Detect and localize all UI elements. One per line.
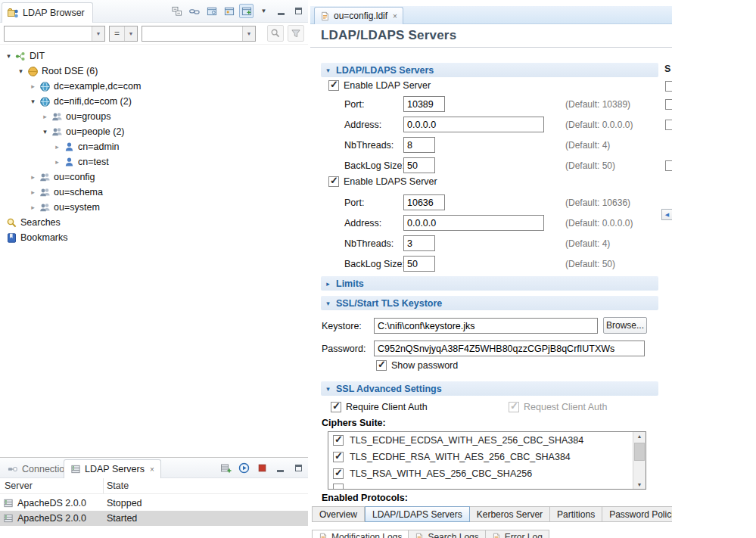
tab-modification-logs[interactable]: Modification Logs — [312, 530, 409, 538]
maximize-view-button[interactable] — [291, 4, 306, 18]
tree-item-ou-groups[interactable]: ▸ ou=groups — [0, 109, 308, 124]
new-server-button[interactable] — [219, 461, 233, 475]
tree-item-ou-schema[interactable]: ▸ ou=schema — [0, 185, 308, 200]
tree-item-cn-admin[interactable]: ▸ cn=admin — [0, 139, 308, 154]
scroll-down-icon[interactable]: ▼ — [633, 482, 646, 487]
tab-ou-config-ldif[interactable]: ou=config.ldif × — [314, 7, 403, 24]
expand-arrow-icon[interactable]: ▸ — [39, 113, 51, 120]
minimize-view-button[interactable] — [274, 4, 288, 18]
expand-arrow-icon[interactable]: ▸ — [27, 204, 39, 211]
section-ldap-ldaps-servers[interactable]: ▾ LDAP/LDAPS Servers — [321, 63, 658, 77]
clipped-checkbox[interactable] — [665, 160, 672, 171]
tree-item-dit[interactable]: ▾ DIT — [0, 48, 308, 64]
run-server-button[interactable] — [237, 461, 251, 475]
cipher-item[interactable]: TLS_ECDHE_ECDSA_WITH_AES_256_CBC_SHA384 — [328, 432, 646, 449]
tab-search-logs[interactable]: Search Logs — [409, 530, 485, 538]
expand-arrow-icon[interactable]: ▸ — [27, 82, 39, 90]
expand-arrow-icon[interactable]: ▾ — [27, 98, 39, 105]
browse-button[interactable]: Browse... — [603, 317, 647, 334]
enable-ldap-checkbox[interactable] — [328, 80, 339, 91]
cipher-item[interactable]: TLS_RSA_WITH_AES_256_CBC_SHA256 — [328, 465, 646, 482]
ldaps-nbthreads-input[interactable] — [403, 235, 435, 251]
run-quick-search-button[interactable] — [267, 25, 284, 42]
cipher-item[interactable]: TLS_ECDHE_RSA_WITH_AES_256_CBC_SHA384 — [328, 449, 646, 465]
expand-arrow-icon[interactable]: ▸ — [51, 143, 63, 151]
quick-search-value-combo[interactable]: ▼ — [142, 26, 256, 42]
scrollbar-thumb[interactable] — [634, 443, 645, 461]
cipher-checkbox[interactable] — [333, 484, 344, 490]
view-menu-button[interactable]: ▼ — [257, 4, 271, 18]
quick-search-attribute-combo[interactable]: ▼ — [4, 26, 105, 42]
ldaps-backlog-input[interactable] — [403, 256, 435, 272]
maximize-view-button[interactable] — [291, 461, 306, 475]
quick-search-filter-button[interactable] — [288, 25, 304, 42]
ldap-backlog-input[interactable] — [403, 157, 435, 173]
tab-error-log[interactable]: Error Log — [486, 530, 549, 538]
stop-server-button[interactable] — [255, 461, 269, 475]
tree-item-searches[interactable]: Searches — [0, 215, 308, 230]
expand-arrow-icon[interactable]: ▾ — [15, 67, 26, 75]
collapse-all-button[interactable] — [170, 4, 184, 18]
column-header-state[interactable]: State — [107, 480, 129, 491]
show-dit-button[interactable] — [222, 4, 236, 18]
section-limits[interactable]: ▸ Limits — [321, 276, 658, 291]
quick-search-value-input[interactable] — [142, 26, 242, 41]
expand-arrow-icon[interactable]: ▸ — [51, 158, 63, 166]
show-bookmarks-button[interactable] — [239, 4, 254, 18]
page-tab-password-policies[interactable]: Password Policies — [602, 506, 672, 522]
ciphers-list[interactable]: TLS_ECDHE_ECDSA_WITH_AES_256_CBC_SHA384 … — [328, 431, 646, 490]
expand-arrow-icon[interactable]: ▾ — [3, 52, 14, 60]
ldap-address-input[interactable] — [403, 117, 544, 132]
expand-arrow-icon[interactable]: ▸ — [27, 173, 39, 181]
server-row[interactable]: ApacheDS 2.0.0 Stopped — [0, 496, 308, 511]
tree-item-ou-people[interactable]: ▾ ou=people (2) — [0, 124, 308, 139]
quick-search-operator-combo[interactable]: = ▼ — [109, 26, 138, 42]
keystore-path-input[interactable] — [374, 318, 598, 334]
expand-arrow-icon[interactable]: ▸ — [27, 188, 39, 196]
expand-arrow-icon[interactable]: ▾ — [39, 128, 51, 135]
page-tab-ldap-ldaps-servers[interactable]: LDAP/LDAPS Servers — [365, 506, 470, 522]
tree-item-bookmarks[interactable]: Bookmarks — [0, 230, 308, 245]
tree-item-ou-config[interactable]: ▸ ou=config — [0, 169, 308, 185]
link-with-editor-button[interactable] — [187, 4, 201, 18]
chevron-down-icon[interactable]: ▼ — [242, 26, 255, 41]
server-row[interactable]: ApacheDS 2.0.0 Started — [0, 511, 308, 526]
tree-item-dc-example[interactable]: ▸ dc=example,dc=com — [0, 79, 308, 94]
page-tab-partitions[interactable]: Partitions — [550, 506, 602, 522]
minimize-view-button[interactable] — [273, 461, 288, 475]
close-icon[interactable]: × — [150, 465, 154, 474]
ldap-port-input[interactable] — [403, 96, 445, 112]
page-tab-overview[interactable]: Overview — [312, 506, 365, 522]
section-ssl-advanced[interactable]: ▾ SSL Advanced Settings — [321, 381, 658, 396]
ldaps-address-input[interactable] — [403, 215, 544, 231]
scroll-up-icon[interactable]: ▲ — [633, 434, 646, 439]
tab-ldap-servers[interactable]: LDAP Servers × — [64, 459, 161, 478]
cipher-checkbox[interactable] — [333, 452, 344, 462]
close-icon[interactable]: × — [393, 12, 397, 20]
show-password-checkbox[interactable] — [376, 360, 387, 371]
clipped-checkbox[interactable] — [665, 99, 672, 110]
clipped-checkbox[interactable] — [665, 81, 672, 92]
require-client-auth-checkbox[interactable] — [331, 402, 341, 412]
restore-panel-button[interactable]: ◀ — [661, 209, 672, 220]
chevron-down-icon[interactable]: ▼ — [124, 26, 137, 41]
ciphers-scrollbar[interactable]: ▲ ▼ — [633, 432, 646, 489]
section-collapse-icon[interactable]: ▾ — [325, 300, 331, 307]
keystore-password-input[interactable] — [374, 341, 645, 356]
section-collapse-icon[interactable]: ▾ — [325, 67, 331, 74]
section-collapse-icon[interactable]: ▾ — [325, 385, 331, 393]
tree-item-cn-test[interactable]: ▸ cn=test — [0, 154, 308, 169]
ldaps-port-input[interactable] — [403, 194, 445, 210]
ldap-nbthreads-input[interactable] — [403, 137, 435, 153]
tree-item-dc-nifi[interactable]: ▾ dc=nifi,dc=com (2) — [0, 94, 308, 109]
cipher-checkbox[interactable] — [333, 435, 344, 446]
quick-search-attribute-input[interactable] — [5, 26, 92, 41]
section-expand-icon[interactable]: ▸ — [325, 280, 331, 288]
tree-item-ou-system[interactable]: ▸ ou=system — [0, 200, 308, 215]
tab-ldap-browser[interactable]: LDAP Browser — [2, 2, 93, 23]
column-header-server[interactable]: Server — [5, 480, 33, 491]
cipher-checkbox[interactable] — [333, 468, 344, 479]
tree-item-root-dse[interactable]: ▾ Root DSE (6) — [0, 64, 308, 79]
clipped-checkbox[interactable] — [665, 120, 672, 130]
chevron-down-icon[interactable]: ▼ — [92, 26, 104, 41]
